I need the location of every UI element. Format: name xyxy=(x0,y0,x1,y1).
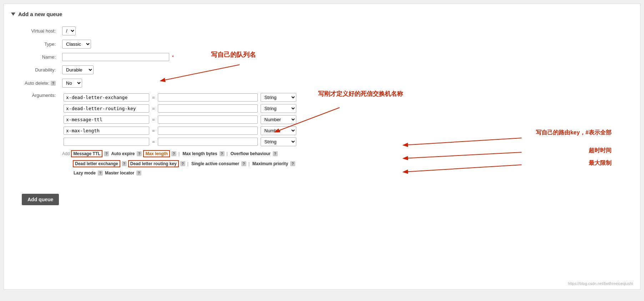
collapse-icon[interactable] xyxy=(11,13,15,16)
durability-select[interactable]: Durable Transient xyxy=(62,65,94,74)
maximum-priority-help[interactable]: ? xyxy=(290,161,295,166)
shortcut-auto-expire[interactable]: Auto expire xyxy=(110,151,135,157)
arg-key-cell-3 xyxy=(62,114,151,125)
arg-key-input-2[interactable] xyxy=(64,104,149,113)
arg-key-input-1[interactable] xyxy=(64,93,149,102)
page-wrapper: Add a new queue Virtual host: / Type: Cl… xyxy=(4,4,640,290)
name-label: Name: xyxy=(22,51,59,63)
arg-type-select-1[interactable]: String Number Boolean xyxy=(261,93,296,102)
durability-label: Durability: xyxy=(22,63,59,77)
shortcut-master-locator[interactable]: Master locator xyxy=(104,170,135,176)
arg-type-cell-5: String Number Boolean xyxy=(259,136,298,147)
arg-type-cell-2: String Number Boolean xyxy=(259,103,298,114)
max-length-bytes-help[interactable]: ? xyxy=(220,151,225,156)
eq-4: = xyxy=(151,125,156,136)
arg-key-input-5[interactable] xyxy=(64,138,149,146)
virtual-host-field: / xyxy=(59,24,301,38)
arg-val-input-1[interactable] xyxy=(158,93,258,102)
arg-val-cell-2 xyxy=(156,103,259,114)
arg-row-4: = Number String Boolean xyxy=(62,125,298,136)
arg-type-select-5[interactable]: String Number Boolean xyxy=(261,137,296,146)
button-area: Add queue xyxy=(22,185,633,205)
auto-delete-row: Auto delete: ? No Yes xyxy=(22,77,301,90)
annotation-timeout: 超时时间 xyxy=(589,147,612,154)
shortcut-message-ttl[interactable]: Message TTL xyxy=(71,150,102,157)
arg-row-1: = String Number Boolean xyxy=(62,92,298,103)
shortcut-lazy-mode[interactable]: Lazy mode xyxy=(73,170,96,176)
arg-key-input-3[interactable] xyxy=(64,115,149,124)
type-label: Type: xyxy=(22,38,59,51)
arguments-label: Arguments: xyxy=(22,90,59,178)
arg-type-cell-1: String Number Boolean xyxy=(259,92,298,103)
arg-type-cell-4: Number String Boolean xyxy=(259,125,298,136)
arg-row-2: = String Number Boolean xyxy=(62,103,298,114)
arg-row-3: = Number String Boolean xyxy=(62,114,298,125)
arg-key-cell-2 xyxy=(62,103,151,114)
type-row: Type: Classic Quorum Stream xyxy=(22,38,301,51)
arg-val-input-2[interactable] xyxy=(158,104,258,113)
section-title: Add a new queue xyxy=(18,11,62,17)
lazy-mode-help[interactable]: ? xyxy=(98,171,103,176)
arg-type-select-2[interactable]: String Number Boolean xyxy=(261,104,296,113)
shortcut-single-active-consumer[interactable]: Single active consumer xyxy=(191,161,240,167)
dead-letter-exchange-help[interactable]: ? xyxy=(122,161,127,166)
single-active-consumer-help[interactable]: ? xyxy=(241,161,246,166)
eq-1: = xyxy=(151,92,156,103)
shortcut-maximum-priority[interactable]: Maximum priority xyxy=(252,161,289,167)
arg-val-cell-1 xyxy=(156,92,259,103)
add-queue-button[interactable]: Add queue xyxy=(22,194,59,205)
overflow-behaviour-help[interactable]: ? xyxy=(273,151,278,156)
eq-3: = xyxy=(151,114,156,125)
shortcut-max-length-bytes[interactable]: Max length bytes xyxy=(182,151,218,157)
annotation-routing-key: 写自己的路由key，#表示全部 xyxy=(536,129,612,137)
annotation-max-limit: 最大限制 xyxy=(589,159,612,167)
pipe-1: | xyxy=(178,151,180,156)
virtual-host-select[interactable]: / xyxy=(62,26,76,35)
shortcuts-row-1: Add Message TTL ? Auto expire ? Max leng… xyxy=(62,150,298,157)
url-hint: https://blog.csdn.net/liwthreeiceqiushi xyxy=(568,281,633,286)
auto-delete-label: Auto delete: ? xyxy=(22,77,59,90)
shortcut-dead-letter-routing-key[interactable]: Dead letter routing key xyxy=(128,160,179,167)
svg-line-2 xyxy=(404,138,522,145)
eq-5: = xyxy=(151,136,156,147)
type-select[interactable]: Classic Quorum Stream xyxy=(62,40,91,49)
pipe-2: | xyxy=(227,151,228,156)
pipe-4: | xyxy=(248,161,250,166)
shortcuts-row-2: Dead letter exchange ? Dead letter routi… xyxy=(73,160,298,167)
auto-expire-help[interactable]: ? xyxy=(137,151,142,156)
arg-key-cell-4 xyxy=(62,125,151,136)
arg-val-cell-3 xyxy=(156,114,259,125)
annotation-exchange-name: 写刚才定义好的死信交换机名称 xyxy=(318,90,403,98)
durability-row: Durability: Durable Transient xyxy=(22,63,301,77)
shortcut-overflow-behaviour[interactable]: Overflow behaviour xyxy=(230,151,271,157)
arg-key-cell-5 xyxy=(62,136,151,147)
arg-type-select-4[interactable]: Number String Boolean xyxy=(261,126,296,135)
dead-letter-routing-key-help[interactable]: ? xyxy=(180,161,185,166)
master-locator-help[interactable]: ? xyxy=(136,171,141,176)
arg-row-5: = String Number Boolean xyxy=(62,136,298,147)
arg-type-select-3[interactable]: Number String Boolean xyxy=(261,115,296,124)
pipe-3: | xyxy=(187,161,188,166)
arg-val-cell-4 xyxy=(156,125,259,136)
max-length-help[interactable]: ? xyxy=(171,151,176,156)
auto-delete-field: No Yes xyxy=(59,77,301,90)
name-input[interactable] xyxy=(62,53,169,61)
args-table: = String Number Boolean xyxy=(62,92,298,147)
auto-delete-select[interactable]: No Yes xyxy=(62,79,82,88)
add-label: Add xyxy=(62,151,70,156)
arguments-row: Arguments: = String xyxy=(22,90,301,178)
arg-key-input-4[interactable] xyxy=(64,127,149,135)
shortcut-max-length[interactable]: Max length xyxy=(143,150,170,157)
arg-val-input-5[interactable] xyxy=(158,138,258,146)
main-form: Virtual host: / Type: Classic Quorum Str… xyxy=(22,24,301,178)
arguments-field: = String Number Boolean xyxy=(59,90,301,178)
message-ttl-help[interactable]: ? xyxy=(104,151,109,156)
svg-line-3 xyxy=(404,152,522,158)
shortcut-dead-letter-exchange[interactable]: Dead letter exchange xyxy=(73,160,120,167)
type-field: Classic Quorum Stream xyxy=(59,38,301,51)
auto-delete-help[interactable]: ? xyxy=(51,81,56,86)
name-row: Name: * xyxy=(22,51,301,63)
section-header: Add a new queue xyxy=(11,11,633,17)
arg-val-input-3[interactable] xyxy=(158,115,258,124)
arg-val-input-4[interactable] xyxy=(158,127,258,135)
